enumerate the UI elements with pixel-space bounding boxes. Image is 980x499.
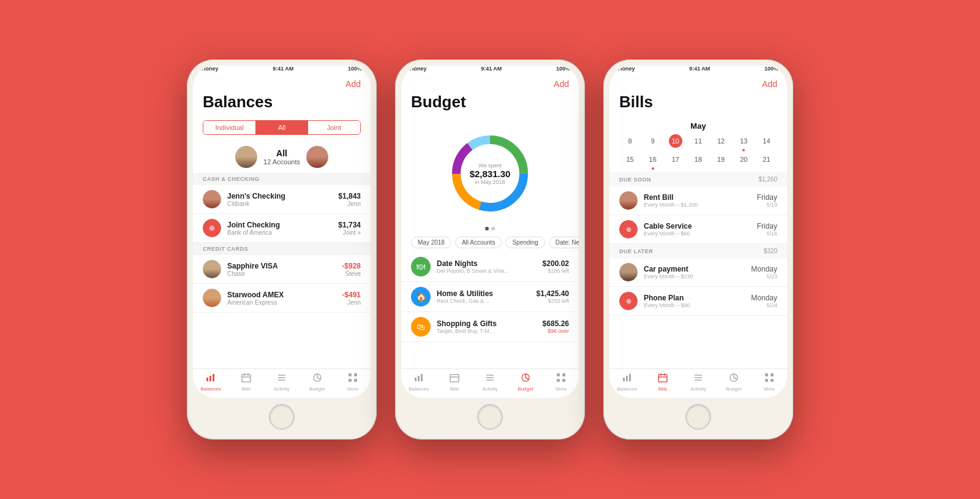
page-title-balances: Balances bbox=[193, 91, 371, 118]
bill-row-phone[interactable]: ⊕ Phone Plan Every Month – $90 Monday 5/… bbox=[609, 287, 787, 316]
svg-rect-1 bbox=[209, 376, 211, 381]
home-button-1[interactable] bbox=[269, 404, 295, 430]
phone-day: Monday bbox=[751, 294, 777, 302]
nav-bills-1[interactable]: Bills bbox=[228, 373, 264, 392]
bill-row-car[interactable]: Car payment Every Month – $230 Monday 5/… bbox=[609, 258, 787, 287]
add-button-3[interactable]: Add bbox=[762, 79, 777, 89]
nav-more-2[interactable]: More bbox=[543, 373, 579, 392]
status-bar-1: Honey 9:41 AM 100% bbox=[193, 66, 371, 74]
dot-16 bbox=[652, 167, 654, 170]
page-title-budget: Budget bbox=[401, 91, 579, 118]
filter-spending[interactable]: Spending bbox=[505, 237, 545, 248]
jenns-owner: Jenn bbox=[338, 200, 361, 207]
car-info: Car payment Every Month – $230 bbox=[644, 265, 751, 280]
page-title-bills: Bills bbox=[609, 91, 787, 118]
pie-icon-2 bbox=[521, 373, 530, 385]
seg-individual[interactable]: Individual bbox=[203, 121, 255, 134]
sapphire-name: Sapphire VISA bbox=[227, 262, 342, 270]
avatar-jenns bbox=[203, 190, 221, 208]
screen-3: Add Bills May 8 9 10 11 12 13 bbox=[609, 74, 787, 398]
shopping-name: Shopping & Gifts bbox=[437, 319, 543, 328]
due-later-title: DUE LATER bbox=[619, 248, 653, 254]
nav-label-budget-2: Budget bbox=[518, 386, 533, 392]
time-3: 9:41 AM bbox=[689, 66, 710, 72]
phones-container: Honey 9:41 AM 100% Add Balances Individu… bbox=[187, 59, 793, 440]
dot-1 bbox=[485, 227, 489, 230]
avatar-jenn2 bbox=[203, 289, 221, 307]
nav-label-activity-1: Activity bbox=[274, 386, 289, 392]
nav-bills-2[interactable]: Bills bbox=[437, 373, 472, 392]
svg-rect-23 bbox=[421, 374, 423, 381]
cal-20: 20 bbox=[733, 153, 755, 170]
avatar-phone: ⊕ bbox=[619, 292, 638, 310]
car-sub: Every Month – $230 bbox=[644, 273, 751, 280]
car-name: Car payment bbox=[644, 265, 751, 273]
seg-all[interactable]: All bbox=[255, 121, 307, 134]
carrier-2: Honey bbox=[410, 66, 427, 72]
phone-info: Phone Plan Every Month – $90 bbox=[644, 294, 751, 308]
datenights-amount: $200.02 bbox=[543, 259, 569, 268]
account-row-sapphire[interactable]: Sapphire VISA Chase -$928 Steve bbox=[193, 255, 371, 284]
donut-center: We spent $2,831.30 in May 2018 bbox=[470, 162, 511, 185]
phone-when: Monday 5/24 bbox=[751, 294, 777, 308]
nav-more-1[interactable]: More bbox=[335, 373, 371, 392]
svg-rect-2 bbox=[213, 374, 214, 381]
budget-row-datenights[interactable]: 🍽 Date Nights Del Popolo, B Street & Vin… bbox=[401, 252, 579, 282]
account-row-jenns[interactable]: Jenn's Checking Citibank $1,843 Jenn bbox=[193, 185, 371, 214]
seg-joint[interactable]: Joint bbox=[308, 121, 360, 134]
rent-name: Rent Bill bbox=[644, 193, 757, 202]
filter-sort[interactable]: Date: New bbox=[549, 237, 579, 248]
nav-balances-2[interactable]: Balances bbox=[401, 373, 437, 392]
nav-bills-3[interactable]: Bills bbox=[645, 373, 680, 392]
avatar-steve bbox=[203, 260, 221, 278]
datenights-amounts: $200.02 $100 left bbox=[543, 259, 569, 274]
sapphire-owner: Steve bbox=[342, 270, 361, 277]
add-button-1[interactable]: Add bbox=[345, 79, 361, 89]
cal-16[interactable]: 16 bbox=[642, 153, 663, 170]
section-cash: CASH & CHECKING bbox=[193, 173, 371, 185]
nav-budget-1[interactable]: Budget bbox=[300, 373, 335, 392]
home-button-2[interactable] bbox=[477, 404, 503, 430]
joint-icon: ⊕ bbox=[203, 219, 221, 237]
nav-label-activity-2: Activity bbox=[482, 386, 497, 392]
due-soon-total: $1,260 bbox=[758, 176, 777, 183]
grid-icon-3 bbox=[764, 373, 774, 385]
filter-date[interactable]: May 2018 bbox=[411, 237, 451, 248]
dot-2 bbox=[491, 227, 495, 230]
dots-indicator bbox=[401, 224, 579, 233]
starwood-amount: -$491 bbox=[342, 291, 361, 299]
cable-when: Friday 5/16 bbox=[757, 222, 777, 237]
nav-activity-3[interactable]: Activity bbox=[680, 373, 716, 392]
cal-13[interactable]: 13 bbox=[733, 134, 755, 151]
due-soon-title: DUE SOON bbox=[619, 177, 651, 183]
nav-balances-3[interactable]: Balances bbox=[609, 373, 645, 392]
bill-row-rent[interactable]: Rent Bill Every Month – $1,200 Friday 5/… bbox=[609, 186, 787, 215]
time-1: 9:41 AM bbox=[273, 66, 293, 72]
nav-more-3[interactable]: More bbox=[752, 373, 787, 392]
cal-10[interactable]: 10 bbox=[665, 134, 686, 151]
bill-row-cable[interactable]: ⊕ Cable Service Every Month – $60 Friday… bbox=[609, 215, 787, 244]
svg-rect-24 bbox=[450, 375, 459, 382]
budget-row-home[interactable]: 🏠 Home & Utilities Rent Check, Gas & ...… bbox=[401, 282, 579, 312]
home-amount: $1,425.40 bbox=[537, 289, 569, 298]
svg-rect-48 bbox=[771, 379, 774, 382]
phone-bottom-1 bbox=[193, 398, 371, 433]
cal-12: 12 bbox=[710, 134, 732, 151]
account-row-joint[interactable]: ⊕ Joint Checking Bank of America $1,734 … bbox=[193, 214, 371, 243]
calendar-section: May 8 9 10 11 12 13 14 1 bbox=[609, 118, 787, 172]
jenns-info: Jenn's Checking Citibank bbox=[227, 192, 338, 207]
nav-activity-2[interactable]: Activity bbox=[472, 373, 508, 392]
joint-owner: Joint » bbox=[338, 229, 361, 236]
nav-balances-1[interactable]: Balances bbox=[193, 373, 228, 392]
nav-label-budget-1: Budget bbox=[309, 386, 325, 392]
account-row-starwood[interactable]: Starwood AMEX American Express -$491 Jen… bbox=[193, 284, 371, 313]
car-day: Monday bbox=[751, 265, 777, 273]
svg-rect-3 bbox=[242, 375, 251, 382]
filter-accounts[interactable]: All Accounts bbox=[455, 237, 502, 248]
nav-budget-2[interactable]: Budget bbox=[508, 373, 543, 392]
add-button-2[interactable]: Add bbox=[554, 79, 569, 89]
home-button-3[interactable] bbox=[685, 404, 711, 430]
nav-budget-3[interactable]: Budget bbox=[716, 373, 752, 392]
nav-activity-1[interactable]: Activity bbox=[264, 373, 300, 392]
budget-row-shopping[interactable]: 🛍 Shopping & Gifts Target, Best Buy, T-M… bbox=[401, 312, 579, 342]
